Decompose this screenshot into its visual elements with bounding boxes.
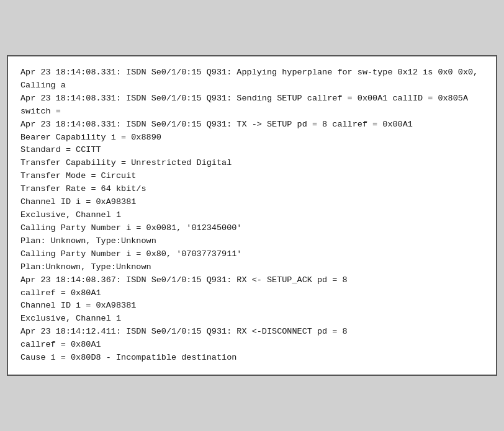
- terminal-container: Apr 23 18:14:08.331: ISDN Se0/1/0:15 Q93…: [7, 55, 497, 376]
- log-content: Apr 23 18:14:08.331: ISDN Se0/1/0:15 Q93…: [20, 66, 484, 365]
